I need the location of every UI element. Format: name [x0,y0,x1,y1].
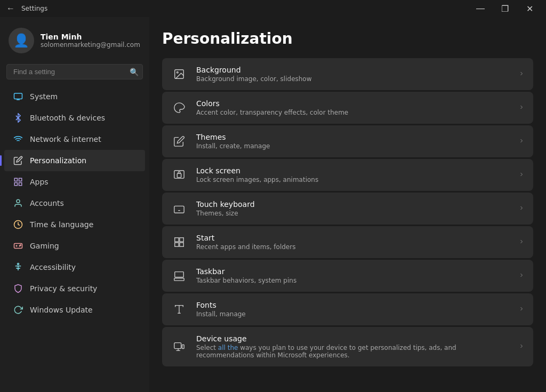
content-area: Personalization BackgroundBackground ima… [149,17,546,392]
sidebar-item-system[interactable]: System [4,86,145,107]
user-profile[interactable]: 👤 Tien Minh solomenmarketing@gmail.com [0,21,149,64]
sidebar-item-gaming[interactable]: Gaming [4,235,145,257]
sidebar: 👤 Tien Minh solomenmarketing@gmail.com 🔍… [0,17,149,392]
back-button[interactable]: ← [4,2,17,15]
start-settings-icon [171,234,188,251]
deviceusage-text: Device usageSelect all the ways you plan… [196,334,510,359]
themes-chevron [518,137,525,146]
privacy-icon [13,283,23,294]
colors-chevron [518,103,525,112]
close-button[interactable]: ✕ [517,0,542,17]
time-label: Time & language [30,220,93,229]
svg-rect-28 [174,278,184,281]
accounts-label: Accounts [30,199,64,207]
themes-text: ThemesInstall, create, manage [196,133,510,150]
sidebar-item-bluetooth[interactable]: Bluetooth & devices [4,107,145,129]
start-text: StartRecent apps and items, folders [196,234,510,251]
touchkeyboard-title: Touch keyboard [196,200,510,209]
background-title: Background [196,66,510,74]
accessibility-label: Accessibility [30,263,76,271]
search-icon[interactable]: 🔍 [130,68,139,76]
start-desc: Recent apps and items, folders [196,243,510,251]
search-box: 🔍 [6,64,143,79]
settings-item-background[interactable]: BackgroundBackground image, color, slide… [162,58,533,90]
themes-title: Themes [196,133,510,141]
apps-label: Apps [30,178,49,186]
avatar-icon: 👤 [13,33,29,48]
title-bar-left: ← Settings [4,2,47,15]
sidebar-item-accessibility[interactable]: Accessibility [4,257,145,278]
page-title: Personalization [162,30,533,47]
svg-rect-32 [174,343,181,349]
svg-rect-33 [182,345,184,348]
sidebar-item-personalization[interactable]: Personalization [4,150,145,171]
title-bar-controls: — ❐ ✕ [468,0,542,17]
personalization-icon [13,155,23,166]
svg-point-10 [20,245,21,246]
background-desc: Background image, color, slideshow [196,75,510,83]
themes-settings-icon [171,133,188,150]
settings-item-start[interactable]: StartRecent apps and items, folders [162,226,533,258]
sidebar-item-update[interactable]: Windows Update [4,299,145,321]
lockscreen-text: Lock screenLock screen images, apps, ani… [196,166,510,183]
svg-rect-29 [175,272,184,277]
taskbar-title: Taskbar [196,267,510,276]
svg-rect-4 [19,183,22,186]
gaming-label: Gaming [30,242,59,250]
search-input[interactable] [6,64,143,79]
sidebar-item-accounts[interactable]: Accounts [4,193,145,214]
nav-list: SystemBluetooth & devicesNetwork & inter… [0,86,149,321]
personalization-label: Personalization [30,156,86,165]
themes-desc: Install, create, manage [196,142,510,150]
lockscreen-settings-icon [171,166,188,183]
svg-rect-8 [14,244,22,249]
sidebar-item-apps[interactable]: Apps [4,171,145,193]
privacy-label: Privacy & security [30,284,97,293]
lockscreen-desc: Lock screen images, apps, animations [196,176,510,183]
settings-item-lockscreen[interactable]: Lock screenLock screen images, apps, ani… [162,159,533,191]
fonts-desc: Install, manage [196,310,510,318]
colors-desc: Accent color, transparency effects, colo… [196,109,510,116]
network-label: Network & internet [30,135,101,143]
user-info: Tien Minh solomenmarketing@gmail.com [41,33,140,49]
colors-title: Colors [196,99,510,108]
settings-item-taskbar[interactable]: TaskbarTaskbar behaviors, system pins [162,260,533,292]
fonts-title: Fonts [196,301,510,309]
sidebar-item-privacy[interactable]: Privacy & security [4,278,145,299]
background-chevron [518,70,525,78]
svg-point-11 [18,263,19,265]
minimize-button[interactable]: — [468,0,493,17]
update-label: Windows Update [30,306,93,314]
svg-rect-0 [14,93,22,99]
svg-point-6 [17,199,20,203]
sidebar-item-time[interactable]: Time & language [4,214,145,235]
settings-list: BackgroundBackground image, color, slide… [162,58,533,366]
title-bar-title: Settings [21,5,47,12]
taskbar-desc: Taskbar behaviors, system pins [196,277,510,284]
system-icon [13,91,23,102]
bluetooth-label: Bluetooth & devices [30,114,105,122]
svg-rect-2 [14,178,17,181]
start-chevron [518,238,525,246]
svg-rect-16 [174,206,184,213]
settings-item-fonts[interactable]: FontsInstall, manage [162,293,533,325]
maximize-button[interactable]: ❐ [493,0,517,17]
settings-item-deviceusage[interactable]: Device usageSelect all the ways you plan… [162,327,533,366]
sidebar-item-network[interactable]: Network & internet [4,129,145,150]
deviceusage-desc: Select all the ways you plan to use your… [196,344,510,359]
background-settings-icon [171,66,188,83]
touchkeyboard-chevron [518,204,525,213]
fonts-settings-icon [171,301,188,318]
deviceusage-settings-icon [171,338,188,355]
svg-rect-26 [180,243,183,246]
gaming-icon [13,241,23,251]
settings-item-colors[interactable]: ColorsAccent color, transparency effects… [162,92,533,124]
settings-item-themes[interactable]: ThemesInstall, create, manage [162,125,533,157]
taskbar-settings-icon [171,267,188,284]
fonts-chevron [518,305,525,314]
taskbar-chevron [518,271,525,280]
settings-item-touchkeyboard[interactable]: Touch keyboardThemes, size [162,193,533,225]
svg-point-13 [176,71,178,73]
svg-rect-27 [175,243,179,246]
svg-rect-5 [14,183,17,186]
